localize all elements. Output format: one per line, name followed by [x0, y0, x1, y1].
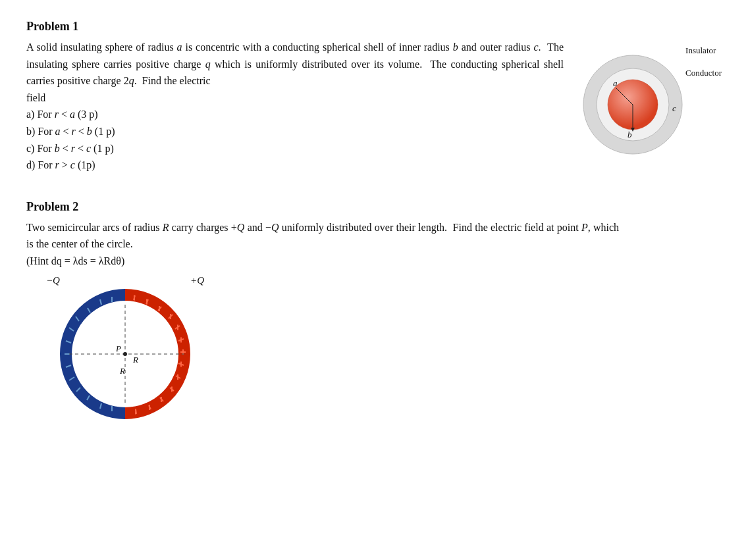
sub-item-b: b) For a < r < b (1 p) [26, 123, 564, 140]
problem-1-body: A solid insulating sphere of radius a is… [26, 39, 722, 174]
problem-2-title: Problem 2 [26, 200, 722, 214]
problem-2-text: Two semicircular arcs of radius R carry … [26, 219, 619, 270]
problem-1-title: Problem 1 [26, 20, 722, 34]
problem-1-sub-items: a) For r < a (3 p) b) For a < r < b (1 p… [26, 106, 564, 173]
svg-text:a: a [613, 78, 618, 88]
problem-1-section: Problem 1 A solid insulating sphere of r… [26, 20, 722, 174]
sphere-diagram-container: a b c [577, 39, 722, 157]
sub-item-c: c) For b < r < c (1 p) [26, 140, 564, 157]
svg-point-62 [123, 352, 127, 356]
problem-2-description: Two semicircular arcs of radius R carry … [26, 222, 619, 250]
svg-text:R: R [119, 366, 125, 376]
problem-2-hint: (Hint dq = λds = λRdθ) [26, 255, 124, 267]
svg-text:c: c [672, 103, 676, 113]
svg-text:R: R [132, 355, 138, 365]
sub-item-d: d) For r > c (1p) [26, 157, 564, 174]
problem-2-section: Problem 2 Two semicircular arcs of radiu… [26, 200, 722, 426]
sub-item-a: a) For r < a (3 p) [26, 106, 564, 123]
problem-1-description: A solid insulating sphere of radius a is… [26, 41, 564, 86]
problem-1-field-word: field [26, 92, 45, 103]
sphere-diagram: a b c [574, 39, 692, 157]
sphere-svg: a b c [574, 39, 692, 157]
problem-1-text: A solid insulating sphere of radius a is… [26, 39, 564, 174]
semicircle-svg: P R R [46, 285, 204, 423]
semicircle-diagram: −Q +Q [46, 275, 204, 426]
svg-text:b: b [628, 130, 632, 140]
svg-text:P: P [115, 344, 121, 353]
